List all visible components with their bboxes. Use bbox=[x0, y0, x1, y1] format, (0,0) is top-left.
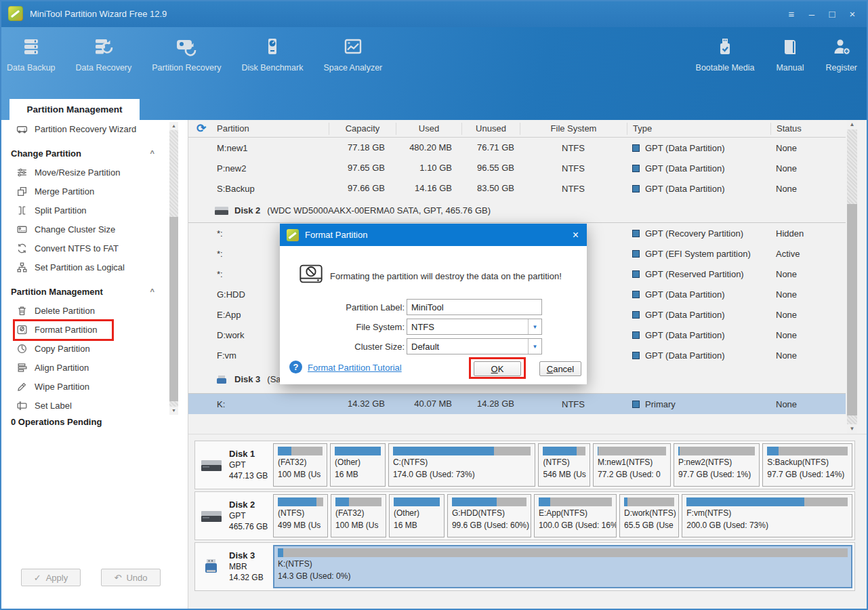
sidebar: Partition Recovery Wizard Change Partiti… bbox=[1, 120, 188, 609]
help-icon[interactable]: ? bbox=[289, 361, 302, 373]
sidebar-item-convert-ntfs-fat[interactable]: Convert NTFS to FAT bbox=[1, 239, 168, 257]
refresh-icon[interactable]: ⟳ bbox=[197, 121, 206, 136]
cluster-size-label: Cluster Size: bbox=[293, 342, 405, 352]
scroll-up-icon[interactable]: ▲ bbox=[169, 122, 178, 130]
disk1-label: Disk 1GPT447.13 GB bbox=[195, 441, 271, 489]
table-scrollbar[interactable]: ▲ ▼ bbox=[847, 120, 857, 434]
partition-type-icon bbox=[632, 311, 640, 319]
cluster-size-select[interactable]: Default ▼ bbox=[407, 338, 542, 354]
partition-block[interactable]: F:vm(NTFS)200.0 GB (Used: 73%) bbox=[682, 494, 852, 537]
partition-block[interactable]: M:new1(NTFS)77.2 GB (Used: 0 bbox=[593, 443, 671, 487]
sliders-icon bbox=[16, 167, 28, 178]
partition-block[interactable]: G:HDD(NTFS)99.6 GB (Used: 60%) bbox=[447, 494, 531, 537]
partition-label-input[interactable]: MiniTool bbox=[407, 299, 542, 315]
sidebar-item-split[interactable]: Split Partition bbox=[1, 201, 168, 219]
toolbar: Data Backup Data Recovery Partition Reco… bbox=[0, 27, 868, 120]
tab-partition-management[interactable]: Partition Management bbox=[9, 99, 140, 120]
sidebar-item-set-logical[interactable]: Set Partition as Logical bbox=[1, 258, 168, 276]
chevron-down-icon[interactable]: ▼ bbox=[528, 319, 541, 334]
sidebar-item-copy-partition[interactable]: Copy Partition bbox=[1, 340, 168, 357]
drive-wizard-icon bbox=[16, 123, 28, 135]
ok-button[interactable]: OK bbox=[474, 361, 521, 376]
sidebar-item-wipe-partition[interactable]: Wipe Partition bbox=[1, 378, 168, 395]
partition-block[interactable]: (FAT32)100 MB (Us bbox=[273, 443, 327, 487]
sidebar-item-format-partition[interactable]: Format Partition bbox=[1, 321, 168, 338]
partition-block[interactable]: C:(NTFS)174.0 GB (Used: 73%) bbox=[388, 443, 536, 487]
title-bar: MiniTool Partition Wizard Free 12.9 ≡ – … bbox=[0, 0, 868, 27]
menu-icon[interactable]: ≡ bbox=[781, 5, 802, 22]
apply-button[interactable]: ✓ Apply bbox=[21, 569, 81, 586]
disk2-panel: Disk 2GPT465.76 GB (NTFS)499 MB (Us (FAT… bbox=[194, 491, 855, 540]
col-status: Status bbox=[770, 123, 846, 135]
scroll-up-icon[interactable]: ▲ bbox=[847, 120, 857, 129]
toolbar-manual[interactable]: Manual bbox=[776, 36, 804, 73]
partition-block[interactable]: (FAT32)100 MB (Us bbox=[331, 494, 386, 537]
toolbar-partition-recovery[interactable]: Partition Recovery bbox=[152, 36, 221, 73]
scroll-down-icon[interactable]: ▼ bbox=[169, 407, 178, 415]
chevron-down-icon[interactable]: ▼ bbox=[528, 339, 541, 354]
sidebar-item-merge[interactable]: Merge Partition bbox=[1, 182, 168, 200]
sidebar-item-move-resize[interactable]: Move/Resize Partition bbox=[1, 163, 168, 181]
maximize-button[interactable]: □ bbox=[822, 5, 842, 22]
toolbar-register[interactable]: Register bbox=[825, 36, 857, 73]
chevron-up-icon[interactable]: ^ bbox=[150, 287, 154, 296]
table-scrollbar-thumb[interactable] bbox=[847, 204, 857, 415]
disk-benchmark-icon bbox=[263, 36, 282, 56]
toolbar-data-recovery[interactable]: Data Recovery bbox=[76, 36, 132, 73]
format-drive-icon bbox=[16, 324, 28, 336]
dialog-close-icon[interactable]: × bbox=[573, 229, 579, 241]
table-row-selected[interactable]: K:14.32 GB40.07 MB14.28 GBNTFSPrimaryNon… bbox=[188, 394, 846, 414]
section-partition-management[interactable]: Partition Management ^ bbox=[1, 283, 168, 300]
sidebar-item-align-partition[interactable]: Align Partition bbox=[1, 359, 168, 376]
partition-block[interactable]: (NTFS)546 MB (Us bbox=[538, 443, 590, 487]
sidebar-item-delete-partition[interactable]: Delete Partition bbox=[1, 302, 168, 319]
toolbar-data-backup[interactable]: Data Backup bbox=[7, 36, 56, 73]
sidebar-item-set-label[interactable]: Set Label bbox=[1, 396, 168, 414]
partition-block[interactable]: (Other)16 MB bbox=[330, 443, 386, 487]
register-icon bbox=[832, 36, 851, 56]
partition-block[interactable]: (NTFS)499 MB (Us bbox=[273, 494, 328, 537]
partition-block[interactable]: E:App(NTFS)100.0 GB (Used: 16%) bbox=[534, 494, 617, 537]
logical-tree-icon bbox=[16, 262, 28, 273]
file-system-label: File System: bbox=[293, 322, 405, 332]
partition-block[interactable]: S:Backup(NTFS)97.7 GB (Used: 14%) bbox=[762, 443, 852, 487]
cluster-size-icon bbox=[16, 224, 28, 235]
scroll-down-icon[interactable]: ▼ bbox=[847, 424, 857, 434]
toolbar-space-analyzer[interactable]: Space Analyzer bbox=[323, 36, 382, 73]
table-row[interactable]: P:new297.65 GB1.10 GB96.55 GBNTFSGPT (Da… bbox=[188, 158, 846, 178]
col-unused: Unused bbox=[461, 123, 520, 135]
partition-block[interactable]: P:new2(NTFS)97.7 GB (Used: 1%) bbox=[674, 443, 760, 487]
sidebar-item-change-cluster-size[interactable]: Change Cluster Size bbox=[1, 220, 168, 238]
table-row[interactable]: S:Backup97.66 GB14.16 GB83.50 GBNTFSGPT … bbox=[188, 178, 846, 199]
format-warning-drive-icon bbox=[298, 261, 324, 287]
tutorial-link[interactable]: Format Partition Tutorial bbox=[308, 363, 402, 373]
partition-block[interactable]: (Other)16 MB bbox=[389, 494, 445, 537]
toolbar-disk-benchmark[interactable]: Disk Benchmark bbox=[241, 36, 303, 73]
partition-type-icon bbox=[632, 291, 640, 298]
partition-block-selected[interactable]: K:(NTFS)14.3 GB (Used: 0%) bbox=[273, 545, 852, 588]
sidebar-item-partition-recovery-wizard[interactable]: Partition Recovery Wizard bbox=[1, 120, 168, 138]
disk2-label: Disk 2GPT465.76 GB bbox=[195, 492, 271, 540]
col-file-system: File System bbox=[520, 123, 627, 135]
partition-type-icon bbox=[632, 165, 640, 172]
partition-block[interactable]: D:work(NTFS)65.5 GB (Use bbox=[619, 494, 679, 537]
partition-label-label: Partition Label: bbox=[293, 302, 405, 312]
disk-group-row[interactable]: Disk 2(WDC WD5000AAKX-00ERMA0 SATA, GPT,… bbox=[188, 199, 846, 223]
sidebar-scrollbar-thumb[interactable] bbox=[169, 217, 178, 401]
cancel-button[interactable]: Cancel bbox=[539, 361, 581, 376]
table-row[interactable]: M:new177.18 GB480.20 MB76.71 GBNTFSGPT (… bbox=[188, 138, 846, 158]
partition-type-icon bbox=[632, 250, 640, 258]
col-used: Used bbox=[396, 123, 461, 135]
close-button[interactable]: × bbox=[842, 5, 863, 22]
sidebar-scrollbar[interactable]: ▲ ▼ bbox=[169, 122, 178, 415]
toolbar-bootable-media[interactable]: Bootable Media bbox=[696, 36, 755, 73]
chevron-up-icon[interactable]: ^ bbox=[150, 149, 154, 157]
app-logo-icon bbox=[8, 6, 23, 21]
section-change-partition[interactable]: Change Partition ^ bbox=[1, 144, 168, 162]
undo-button[interactable]: ↶ Undo bbox=[101, 569, 161, 586]
minimize-button[interactable]: – bbox=[802, 5, 822, 22]
copy-pie-icon bbox=[16, 343, 28, 354]
col-partition: Partition bbox=[188, 123, 329, 135]
app-logo-icon bbox=[287, 229, 299, 241]
file-system-select[interactable]: NTFS ▼ bbox=[407, 319, 542, 335]
